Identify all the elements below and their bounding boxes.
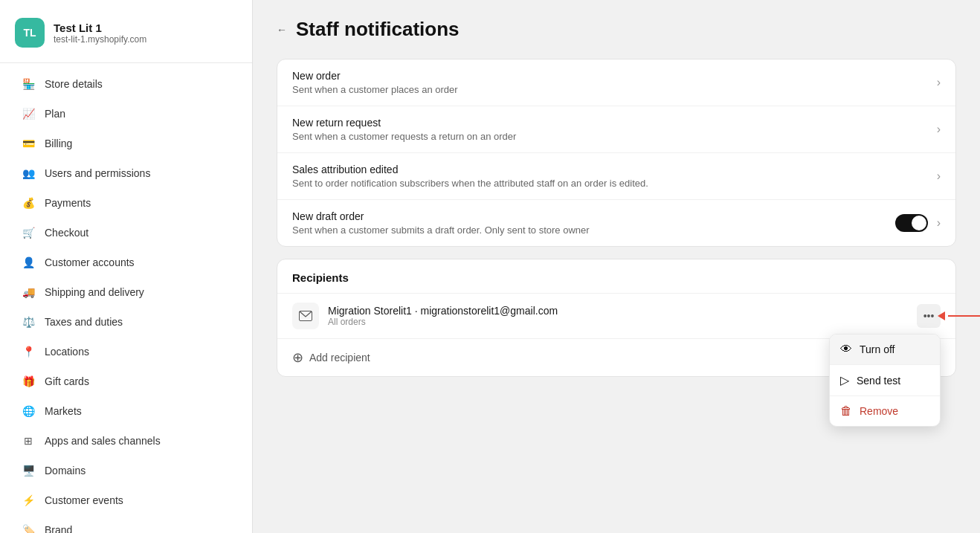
add-icon: ⊕ xyxy=(292,349,303,366)
sidebar-label-customer-accounts: Customer accounts xyxy=(45,256,135,268)
apps-icon: ⊞ xyxy=(21,433,36,448)
store-header[interactable]: TL Test Lit 1 test-lit-1.myshopify.com xyxy=(0,12,252,63)
sidebar-label-brand: Brand xyxy=(45,524,72,533)
sidebar-label-locations: Locations xyxy=(45,346,89,358)
checkout-icon: 🛒 xyxy=(21,225,36,240)
sidebar-item-customer-events[interactable]: ⚡ Customer events xyxy=(6,486,246,514)
dropdown-send-test[interactable]: ▷ Send test xyxy=(830,365,940,395)
billing-icon: 💳 xyxy=(21,136,36,151)
sidebar-item-plan[interactable]: 📈 Plan xyxy=(6,100,246,128)
recipients-section-title: Recipients xyxy=(277,259,955,293)
avatar: TL xyxy=(15,18,45,48)
eye-off-icon: 👁 xyxy=(840,343,852,356)
sidebar-label-checkout: Checkout xyxy=(45,227,88,239)
notif-item-return-request[interactable]: New return request Sent when a customer … xyxy=(277,106,955,153)
sidebar-item-users-permissions[interactable]: 👥 Users and permissions xyxy=(6,159,246,187)
email-icon xyxy=(292,303,319,329)
notif-desc-draft-order: Sent when a customer submits a draft ord… xyxy=(292,224,590,236)
sidebar-item-brand[interactable]: 🏷️ Brand xyxy=(6,516,246,533)
customer-events-icon: ⚡ xyxy=(21,493,36,508)
notif-desc-sales-attribution: Sent to order notification subscribers w… xyxy=(292,178,648,189)
shipping-icon: 🚚 xyxy=(21,285,36,300)
store-name: Test Lit 1 xyxy=(54,22,146,34)
add-recipient-label: Add recipient xyxy=(309,352,370,364)
notif-desc-return-request: Sent when a customer requests a return o… xyxy=(292,131,516,142)
dropdown-remove[interactable]: 🗑 Remove xyxy=(830,396,940,426)
notif-title-new-order: New order xyxy=(292,70,458,82)
sidebar-item-apps-sales-channels[interactable]: ⊞ Apps and sales channels xyxy=(6,427,246,455)
brand-icon: 🏷️ xyxy=(21,523,36,533)
arrow-pointer xyxy=(939,311,980,320)
notif-title-draft-order: New draft order xyxy=(292,210,590,222)
trash-icon: 🗑 xyxy=(840,404,852,418)
dropdown-menu: 👁 Turn off ▷ Send test 🗑 Remove xyxy=(829,334,941,427)
sidebar-item-payments[interactable]: 💰 Payments xyxy=(6,189,246,217)
store-info: Test Lit 1 test-lit-1.myshopify.com xyxy=(54,22,146,45)
notif-title-return-request: New return request xyxy=(292,117,516,129)
sidebar-label-markets: Markets xyxy=(45,405,82,417)
sidebar-label-domains: Domains xyxy=(45,465,86,477)
chevron-right-icon: › xyxy=(937,76,941,89)
sidebar-item-taxes-duties[interactable]: ⚖️ Taxes and duties xyxy=(6,308,246,336)
notif-item-new-order[interactable]: New order Sent when a customer places an… xyxy=(277,59,955,106)
sidebar-label-users: Users and permissions xyxy=(45,167,150,179)
sidebar-label-taxes: Taxes and duties xyxy=(45,316,123,328)
sidebar: TL Test Lit 1 test-lit-1.myshopify.com 🏪… xyxy=(0,0,253,533)
turn-off-label: Turn off xyxy=(860,343,894,355)
page-title: Staff notifications xyxy=(296,18,460,41)
chevron-right-icon: › xyxy=(937,169,941,183)
customer-accounts-icon: 👤 xyxy=(21,255,36,270)
users-icon: 👥 xyxy=(21,166,36,181)
more-wrap: ••• 👁 Turn off ▷ Send test 🗑 xyxy=(917,304,941,328)
sidebar-item-billing[interactable]: 💳 Billing xyxy=(6,129,246,158)
page-header: ← Staff notifications xyxy=(277,18,956,41)
sidebar-item-shipping-delivery[interactable]: 🚚 Shipping and delivery xyxy=(6,278,246,306)
back-button[interactable]: ← xyxy=(277,24,287,36)
recipient-orders: All orders xyxy=(328,317,558,327)
sidebar-label-billing: Billing xyxy=(45,138,72,149)
sidebar-item-gift-cards[interactable]: 🎁 Gift cards xyxy=(6,367,246,395)
store-domain: test-lit-1.myshopify.com xyxy=(54,34,146,45)
payments-icon: 💰 xyxy=(21,196,36,210)
notif-item-draft-order[interactable]: New draft order Sent when a customer sub… xyxy=(277,200,955,246)
notif-item-sales-attribution[interactable]: Sales attribution edited Sent to order n… xyxy=(277,153,955,200)
ellipsis-icon: ••• xyxy=(923,310,935,322)
sidebar-item-customer-accounts[interactable]: 👤 Customer accounts xyxy=(6,248,246,277)
plan-icon: 📈 xyxy=(21,106,36,121)
locations-icon: 📍 xyxy=(21,344,36,359)
send-icon: ▷ xyxy=(840,373,849,387)
notifications-card: New order Sent when a customer places an… xyxy=(277,59,956,247)
draft-order-toggle[interactable] xyxy=(895,214,928,232)
recipient-name: Migration Storelit1 · migrationstorelit1… xyxy=(328,305,558,317)
arrow-line xyxy=(948,315,980,317)
markets-icon: 🌐 xyxy=(21,404,36,419)
sidebar-label-payments: Payments xyxy=(45,197,91,209)
main-content: ← Staff notifications New order Sent whe… xyxy=(253,0,980,533)
gift-cards-icon: 🎁 xyxy=(21,374,36,389)
send-test-label: Send test xyxy=(857,375,900,387)
taxes-icon: ⚖️ xyxy=(21,314,36,329)
recipients-card: Recipients Migration Storelit1 · migrati… xyxy=(277,259,956,377)
arrow-head xyxy=(938,311,945,320)
sidebar-item-domains[interactable]: 🖥️ Domains xyxy=(6,456,246,485)
sidebar-label-plan: Plan xyxy=(45,108,65,120)
recipient-row: Migration Storelit1 · migrationstorelit1… xyxy=(277,293,955,338)
sidebar-label-apps: Apps and sales channels xyxy=(45,435,161,447)
sidebar-label-store-details: Store details xyxy=(45,78,103,90)
notif-title-sales-attribution: Sales attribution edited xyxy=(292,164,648,175)
dropdown-turn-off[interactable]: 👁 Turn off xyxy=(830,335,940,364)
sidebar-label-gift-cards: Gift cards xyxy=(45,375,89,387)
sidebar-label-shipping: Shipping and delivery xyxy=(45,286,144,298)
sidebar-item-locations[interactable]: 📍 Locations xyxy=(6,337,246,366)
chevron-right-icon: › xyxy=(937,216,941,230)
sidebar-item-markets[interactable]: 🌐 Markets xyxy=(6,397,246,425)
remove-label: Remove xyxy=(860,405,898,417)
notif-desc-new-order: Sent when a customer places an order xyxy=(292,84,458,95)
sidebar-label-customer-events: Customer events xyxy=(45,494,123,506)
store-icon: 🏪 xyxy=(21,77,36,91)
sidebar-item-store-details[interactable]: 🏪 Store details xyxy=(6,70,246,98)
sidebar-item-checkout[interactable]: 🛒 Checkout xyxy=(6,219,246,247)
domains-icon: 🖥️ xyxy=(21,463,36,478)
chevron-right-icon: › xyxy=(937,123,941,136)
